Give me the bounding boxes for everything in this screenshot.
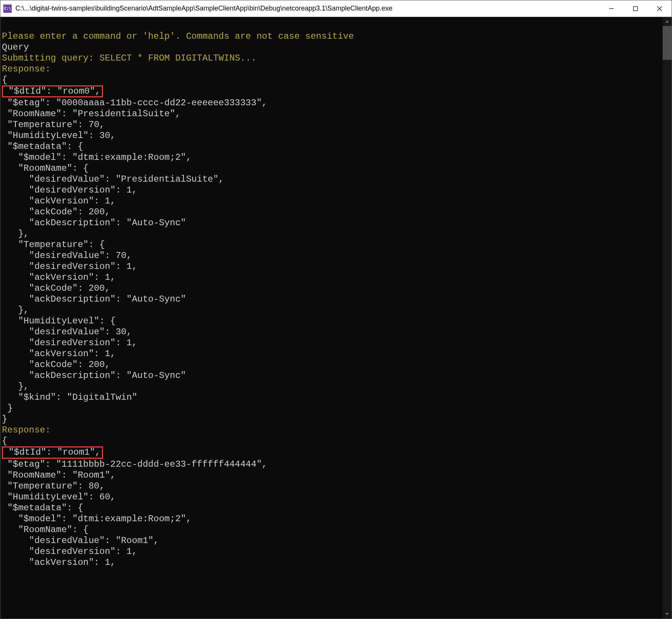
- json-line: "Temperature": 70,: [2, 120, 105, 130]
- json-line: "RoomName": "Room1",: [2, 470, 115, 480]
- console-area[interactable]: Please enter a command or 'help'. Comman…: [0, 17, 672, 619]
- response-label: Response:: [2, 425, 51, 435]
- json-line: "ackVersion": 1,: [2, 349, 115, 359]
- json-line: "ackVersion": 1,: [2, 196, 115, 206]
- json-line: "$metadata": {: [2, 503, 83, 513]
- submitting-line: Submitting query: SELECT * FROM DIGITALT…: [2, 53, 256, 63]
- response-label: Response:: [2, 64, 51, 74]
- json-line: },: [2, 381, 29, 391]
- dtid-highlight-room0: "$dtId": "room0",: [2, 85, 103, 97]
- titlebar[interactable]: C:\ C:\...\digital-twins-samples\buildin…: [0, 0, 672, 17]
- json-line: "desiredVersion": 1,: [2, 546, 137, 557]
- json-line: "HumidityLevel": 30,: [2, 130, 115, 141]
- maximize-button[interactable]: [623, 0, 648, 17]
- json-line: {: [2, 436, 7, 446]
- json-line: "desiredValue": "PresidentialSuite",: [2, 174, 224, 184]
- json-line: "ackVersion": 1,: [2, 272, 115, 282]
- json-line: {: [2, 75, 7, 85]
- json-line: "desiredVersion": 1,: [2, 185, 137, 195]
- json-line: },: [2, 305, 29, 315]
- json-line: "ackCode": 200,: [2, 283, 110, 293]
- app-icon: C:\: [3, 5, 12, 13]
- json-line: }: [2, 403, 13, 413]
- window-title: C:\...\digital-twins-samples\buildingSce…: [15, 5, 599, 12]
- json-line: "ackDescription": "Auto-Sync": [2, 218, 186, 228]
- json-line: "$etag": "1111bbbb-22cc-dddd-ee33-ffffff…: [2, 459, 267, 469]
- prompt-line: Please enter a command or 'help'. Comman…: [2, 31, 354, 41]
- json-line: "Temperature": 80,: [2, 481, 105, 491]
- json-line: "HumidityLevel": {: [2, 316, 115, 326]
- json-line: "ackCode": 200,: [2, 360, 110, 370]
- json-line: "desiredValue": 70,: [2, 250, 132, 261]
- app-window: C:\ C:\...\digital-twins-samples\buildin…: [0, 0, 672, 619]
- scroll-thumb[interactable]: [663, 26, 672, 60]
- json-line: "RoomName": {: [2, 525, 88, 535]
- close-button[interactable]: [648, 0, 672, 17]
- json-line: "ackCode": 200,: [2, 207, 110, 217]
- json-line: "desiredValue": "Room1",: [2, 536, 159, 546]
- minimize-button[interactable]: [599, 0, 623, 17]
- json-line: },: [2, 229, 29, 239]
- vertical-scrollbar[interactable]: [663, 17, 672, 619]
- json-line: "$model": "dtmi:example:Room;2",: [2, 514, 191, 524]
- json-line: "ackVersion": 1,: [2, 557, 115, 567]
- json-line: "$etag": "0000aaaa-11bb-cccc-dd22-eeeeee…: [2, 98, 267, 108]
- json-line: "$model": "dtmi:example:Room;2",: [2, 152, 191, 162]
- scroll-down-arrow[interactable]: [663, 610, 672, 619]
- json-line: "Temperature": {: [2, 240, 105, 250]
- json-line: "desiredVersion": 1,: [2, 261, 137, 272]
- json-line: "RoomName": "PresidentialSuite",: [2, 109, 181, 119]
- json-line: "HumidityLevel": 60,: [2, 492, 115, 502]
- console-output: Please enter a command or 'help'. Comman…: [0, 17, 663, 619]
- command-line: Query: [2, 42, 29, 52]
- json-line: "ackDescription": "Auto-Sync": [2, 294, 186, 304]
- json-line: "RoomName": {: [2, 163, 88, 173]
- window-controls: [599, 0, 672, 17]
- json-line: "$metadata": {: [2, 141, 83, 152]
- json-line: "desiredVersion": 1,: [2, 338, 137, 348]
- json-line: }: [2, 414, 7, 424]
- json-line: "$kind": "DigitalTwin": [2, 392, 137, 402]
- svg-rect-1: [634, 6, 638, 11]
- json-line: "desiredValue": 30,: [2, 327, 132, 337]
- scroll-up-arrow[interactable]: [663, 17, 672, 26]
- dtid-highlight-room1: "$dtId": "room1",: [2, 446, 103, 458]
- json-line: "ackDescription": "Auto-Sync": [2, 370, 186, 381]
